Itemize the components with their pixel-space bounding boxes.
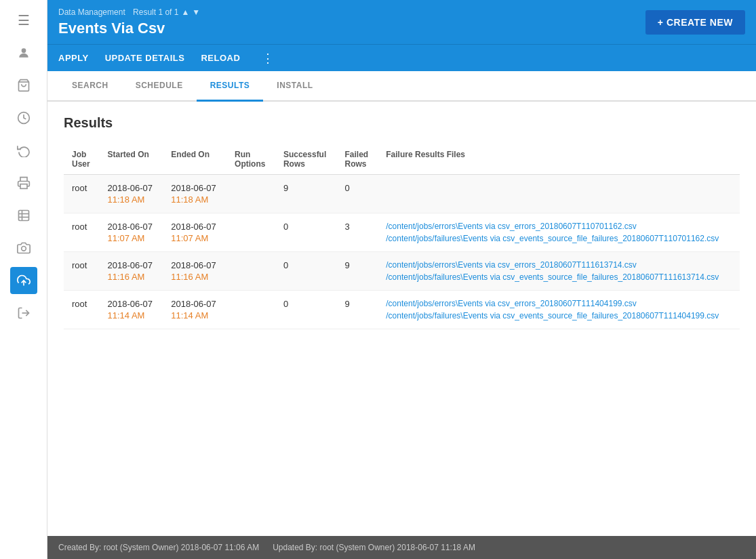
- cell-ended-on: 2018-06-0711:07 AM: [163, 213, 226, 252]
- cell-user: root: [64, 252, 100, 291]
- started-time: 11:16 AM: [108, 272, 155, 282]
- started-time: 11:07 AM: [108, 233, 155, 243]
- col-header-run-options: RunOptions: [226, 144, 275, 175]
- started-date: 2018-06-07: [108, 299, 155, 309]
- cell-failure-files: /content/jobs/errors\Events via csv_erro…: [378, 252, 740, 291]
- cell-failed-rows: 9: [336, 291, 378, 329]
- tab-results[interactable]: RESULTS: [197, 71, 264, 102]
- started-date: 2018-06-07: [108, 260, 155, 270]
- ended-time: 11:07 AM: [171, 233, 218, 243]
- cell-run-options: [226, 252, 275, 291]
- table-row: root2018-06-0711:14 AM2018-06-0711:14 AM…: [64, 291, 740, 329]
- cell-failure-files: /content/jobs/errors\Events via csv_erro…: [378, 213, 740, 252]
- table-header-row: JobUser Started On Ended On RunOptions S…: [64, 144, 740, 175]
- cell-started-on: 2018-06-0711:14 AM: [100, 291, 163, 329]
- cell-successful-rows: 9: [275, 175, 337, 213]
- table-row: root2018-06-0711:18 AM2018-06-0711:18 AM…: [64, 175, 740, 213]
- cell-successful-rows: 0: [275, 213, 337, 252]
- create-new-button[interactable]: + CREATE NEW: [645, 10, 745, 35]
- cell-run-options: [226, 213, 275, 252]
- cell-ended-on: 2018-06-0711:18 AM: [163, 175, 226, 213]
- cell-user: root: [64, 291, 100, 329]
- more-options-icon[interactable]: ⋮: [256, 45, 279, 71]
- svg-rect-3: [20, 184, 27, 189]
- ended-date: 2018-06-07: [171, 222, 218, 232]
- logout-icon[interactable]: [10, 299, 37, 327]
- col-header-failure-files: Failure Results Files: [378, 144, 740, 175]
- started-date: 2018-06-07: [108, 183, 155, 193]
- reload-button[interactable]: RELOAD: [201, 45, 240, 71]
- apply-button[interactable]: APPLY: [58, 45, 89, 71]
- col-header-started-on: Started On: [100, 144, 163, 175]
- content-area: Results JobUser Started On Ended On RunO…: [47, 102, 756, 536]
- cell-user: root: [64, 175, 100, 213]
- cell-failed-rows: 9: [336, 252, 378, 291]
- footer-updated-by: Updated By: root (System Owner) 2018-06-…: [273, 543, 475, 552]
- sidebar: ☰: [0, 0, 47, 559]
- cell-failure-files: [378, 175, 740, 213]
- failure-file-link[interactable]: /content/jobs/failures\Events via csv_ev…: [386, 234, 732, 243]
- cell-failed-rows: 3: [336, 213, 378, 252]
- user-icon[interactable]: [10, 39, 37, 66]
- ended-date: 2018-06-07: [171, 260, 218, 270]
- table-row: root2018-06-0711:07 AM2018-06-0711:07 AM…: [64, 213, 740, 252]
- ended-time: 11:18 AM: [171, 194, 218, 205]
- tab-install[interactable]: INSTALL: [263, 71, 326, 102]
- print-icon[interactable]: [10, 169, 37, 196]
- nav-up-icon[interactable]: ▲: [181, 7, 189, 17]
- started-time: 11:18 AM: [108, 194, 155, 205]
- svg-point-0: [21, 48, 26, 53]
- breadcrumb-result: Result 1 of 1: [133, 7, 178, 17]
- clock-icon[interactable]: [10, 104, 37, 131]
- failure-file-link[interactable]: /content/jobs/failures\Events via csv_ev…: [386, 311, 732, 320]
- cell-run-options: [226, 291, 275, 329]
- footer: Created By: root (System Owner) 2018-06-…: [47, 536, 756, 559]
- main-content: Data Management Result 1 of 1 ▲ ▼ Events…: [47, 0, 756, 559]
- footer-created-by: Created By: root (System Owner) 2018-06-…: [58, 543, 259, 552]
- table-row: root2018-06-0711:16 AM2018-06-0711:16 AM…: [64, 252, 740, 291]
- started-time: 11:14 AM: [108, 310, 155, 320]
- col-header-successful-rows: SuccessfulRows: [275, 144, 337, 175]
- results-table: JobUser Started On Ended On RunOptions S…: [64, 144, 740, 329]
- cell-started-on: 2018-06-0711:07 AM: [100, 213, 163, 252]
- cart-icon[interactable]: [10, 72, 37, 99]
- cell-user: root: [64, 213, 100, 252]
- breadcrumb-separator: [128, 7, 130, 17]
- history-icon[interactable]: [10, 137, 37, 164]
- breadcrumb-main: Data Management: [58, 7, 125, 17]
- ended-date: 2018-06-07: [171, 299, 218, 309]
- tab-search[interactable]: SEARCH: [58, 71, 122, 102]
- update-details-button[interactable]: UPDATE DETAILS: [105, 45, 185, 71]
- top-header: Data Management Result 1 of 1 ▲ ▼ Events…: [47, 0, 756, 44]
- cell-ended-on: 2018-06-0711:16 AM: [163, 252, 226, 291]
- tabs-bar: SEARCH SCHEDULE RESULTS INSTALL: [47, 71, 756, 102]
- failure-file-link[interactable]: /content/jobs/errors\Events via csv_erro…: [386, 299, 732, 308]
- cell-failed-rows: 0: [336, 175, 378, 213]
- header-left: Data Management Result 1 of 1 ▲ ▼ Events…: [58, 7, 200, 37]
- nav-down-icon[interactable]: ▼: [192, 7, 200, 17]
- svg-point-8: [21, 247, 26, 251]
- camera-icon[interactable]: [10, 234, 37, 262]
- cell-started-on: 2018-06-0711:18 AM: [100, 175, 163, 213]
- breadcrumb: Data Management Result 1 of 1 ▲ ▼: [58, 7, 200, 17]
- failure-file-link[interactable]: /content/jobs/failures\Events via csv_ev…: [386, 272, 732, 282]
- started-date: 2018-06-07: [108, 222, 155, 232]
- failure-file-link[interactable]: /content/jobs/errors\Events via csv_erro…: [386, 222, 732, 231]
- ended-time: 11:14 AM: [171, 310, 218, 320]
- tab-schedule[interactable]: SCHEDULE: [122, 71, 197, 102]
- cell-started-on: 2018-06-0711:16 AM: [100, 252, 163, 291]
- cell-failure-files: /content/jobs/errors\Events via csv_erro…: [378, 291, 740, 329]
- page-title: Events Via Csv: [58, 20, 200, 37]
- ended-date: 2018-06-07: [171, 183, 218, 193]
- failure-file-link[interactable]: /content/jobs/errors\Events via csv_erro…: [386, 260, 732, 270]
- action-bar: APPLY UPDATE DETAILS RELOAD ⋮: [47, 44, 756, 71]
- cell-successful-rows: 0: [275, 291, 337, 329]
- col-header-ended-on: Ended On: [163, 144, 226, 175]
- col-header-failed-rows: FailedRows: [336, 144, 378, 175]
- table-icon[interactable]: [10, 202, 37, 229]
- menu-icon[interactable]: ☰: [10, 7, 37, 34]
- cell-ended-on: 2018-06-0711:14 AM: [163, 291, 226, 329]
- upload-icon[interactable]: [10, 267, 37, 294]
- col-header-job-user: JobUser: [64, 144, 100, 175]
- svg-rect-4: [18, 211, 28, 221]
